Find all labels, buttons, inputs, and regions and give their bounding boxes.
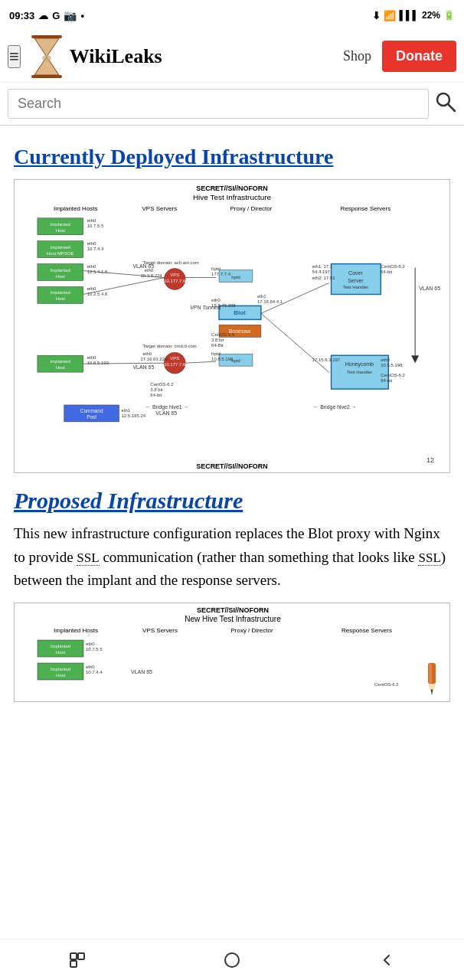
- svg-text:eth1: eth1: [257, 294, 266, 299]
- new-classification-top: SECRET//SI//NOFORN: [197, 606, 269, 614]
- logo-area: WikiLeaks: [28, 35, 343, 78]
- col-vps: VPS Servers: [142, 204, 178, 211]
- svg-text:eth0: eth0: [381, 358, 390, 362]
- donate-button[interactable]: Donate: [382, 41, 456, 72]
- svg-text:VLAN 65: VLAN 65: [131, 669, 152, 675]
- page-number: 12: [426, 456, 434, 463]
- svg-text:64-Bit: 64-Bit: [211, 343, 224, 348]
- logo-text: WikiLeaks: [70, 45, 162, 68]
- home-button[interactable]: [209, 945, 255, 975]
- svg-text:eth0: eth0: [86, 665, 95, 669]
- battery-icon: 🔋: [443, 10, 455, 21]
- svg-text:eth0: eth0: [87, 286, 96, 291]
- svg-text:CertOS-6.2: CertOS-6.2: [150, 382, 174, 387]
- svg-text:Server: Server: [348, 277, 364, 283]
- svg-point-2: [42, 55, 51, 61]
- classification-top: SECRET//SI//NOFORN: [196, 185, 268, 192]
- classification-bottom: SECRET//SI//NOFORN: [196, 462, 268, 469]
- header: ≡ WikiLeaks Shop Donate: [0, 31, 464, 83]
- svg-text:eth0: eth0: [86, 642, 95, 646]
- col-response: Response Servers: [341, 204, 391, 211]
- svg-text:Target domain: cmd.d.com: Target domain: cmd.d.com: [142, 344, 196, 348]
- svg-line-100: [261, 283, 329, 313]
- svg-text:10.6.5.193: 10.6.5.193: [87, 361, 109, 365]
- svg-text:← Bridge  hive2 →: ← Bridge hive2 →: [313, 404, 357, 410]
- svg-text:eth0: eth0: [211, 298, 221, 302]
- svg-text:VPS: VPS: [170, 356, 179, 361]
- new-hive-diagram-partial: SECRET//SI//NOFORN New Hive Test Infrast…: [14, 603, 450, 702]
- currently-deployed-diagram: SECRET//SI//NOFORN Hive Test Infrastruct…: [14, 179, 450, 474]
- battery-level: 22%: [422, 10, 440, 21]
- recent-apps-icon: [68, 951, 87, 969]
- new-col-proxy: Proxy / Director: [230, 627, 273, 634]
- search-bar: [0, 83, 464, 126]
- col-implanted: Implanted Hosts: [54, 204, 98, 211]
- svg-text:16.3.8.224: 16.3.8.224: [140, 273, 162, 277]
- svg-text:Implanted: Implanted: [51, 644, 70, 648]
- svg-text:Command: Command: [80, 408, 103, 413]
- svg-text:Honeycomb: Honeycomb: [345, 361, 374, 368]
- svg-text:64-bit: 64-bit: [381, 378, 392, 383]
- svg-text:10.177.7.6: 10.177.7.6: [164, 278, 186, 283]
- svg-rect-115: [429, 665, 432, 684]
- home-icon: [223, 951, 241, 969]
- svg-text:eth2: 17.91: eth2: 17.91: [312, 275, 336, 279]
- back-button[interactable]: [364, 945, 410, 975]
- main-content: Currently Deployed Infrastructure SECRET…: [0, 126, 464, 702]
- svg-text:10.7.5.5: 10.7.5.5: [87, 223, 104, 227]
- android-nav-bar: [0, 939, 464, 980]
- svg-text:10.7.4.4: 10.7.4.4: [86, 670, 103, 675]
- proposed-body-text: This new infrastructure configuration re…: [14, 522, 450, 592]
- svg-text:VLAN 65: VLAN 65: [419, 286, 440, 291]
- recent-apps-button[interactable]: [54, 945, 100, 975]
- col-proxy: Proxy / Director: [230, 204, 272, 211]
- svg-text:Post: Post: [87, 413, 96, 419]
- svg-text:VLAN 65: VLAN 65: [155, 410, 177, 416]
- svg-text:3.8 bit: 3.8 bit: [150, 387, 163, 392]
- logo-hourglass-icon: [28, 35, 65, 78]
- svg-text:Blot: Blot: [234, 309, 246, 316]
- svg-text:10.5.5.198: 10.5.5.198: [381, 363, 403, 368]
- menu-button[interactable]: ≡: [8, 45, 21, 68]
- svg-text:10.7.5.5: 10.7.5.5: [86, 647, 103, 652]
- diagram-title: Hive Test Infrastructure: [193, 193, 272, 201]
- ssl-text-2: SSL: [418, 550, 440, 566]
- svg-text:Host MPSOE: Host MPSOE: [47, 250, 74, 255]
- svg-text:Host: Host: [56, 365, 66, 370]
- svg-text:Host: Host: [56, 273, 66, 278]
- svg-point-121: [225, 953, 239, 967]
- sim-icon: 📶: [384, 10, 396, 21]
- shop-link[interactable]: Shop: [343, 48, 371, 64]
- svg-text:← Bridge  hive1 →: ← Bridge hive1 →: [145, 404, 189, 410]
- dot-indicator: •: [80, 10, 84, 21]
- svg-text:eth0: eth0: [87, 355, 96, 360]
- svg-text:hptd: hptd: [231, 274, 240, 279]
- search-button[interactable]: [435, 91, 456, 117]
- pen-icon: [420, 663, 443, 695]
- svg-rect-0: [31, 35, 62, 38]
- search-input[interactable]: [8, 89, 429, 119]
- svg-text:10.8.5.198: 10.8.5.198: [211, 357, 234, 361]
- svg-text:Target domain: ach.ani.com: Target domain: ach.ani.com: [142, 260, 198, 264]
- svg-text:54.4.197: 54.4.197: [312, 269, 331, 273]
- status-bar: 09:33 ☁ G 📷 • ⬇ 📶 ▌▌▌ 22% 🔋: [0, 0, 464, 31]
- svg-text:Host: Host: [56, 227, 66, 232]
- svg-text:177.7.7.4: 177.7.7.4: [211, 271, 231, 276]
- svg-text:Test Handler: Test Handler: [347, 370, 373, 374]
- svg-text:17.16.64.4.1: 17.16.64.4.1: [257, 299, 283, 304]
- svg-rect-118: [70, 953, 77, 959]
- svg-text:3.8 bit: 3.8 bit: [211, 338, 224, 342]
- svg-text:10.177.7.6: 10.177.7.6: [164, 362, 186, 367]
- svg-text:Implanted: Implanted: [51, 667, 70, 671]
- svg-text:eth1: eth1: [122, 408, 131, 413]
- cloud-icon: ☁: [38, 10, 48, 21]
- svg-text:64-bit: 64-bit: [381, 269, 392, 273]
- download-icon: ⬇: [372, 10, 381, 21]
- svg-text:hptd: hptd: [211, 351, 221, 356]
- back-icon: [377, 951, 396, 969]
- svg-text:eth0: eth0: [87, 263, 96, 268]
- svg-text:Host: Host: [56, 673, 66, 678]
- svg-text:CentOS-6.2: CentOS-6.2: [381, 263, 405, 268]
- svg-rect-119: [78, 953, 84, 959]
- new-col-response: Response Servers: [341, 627, 392, 634]
